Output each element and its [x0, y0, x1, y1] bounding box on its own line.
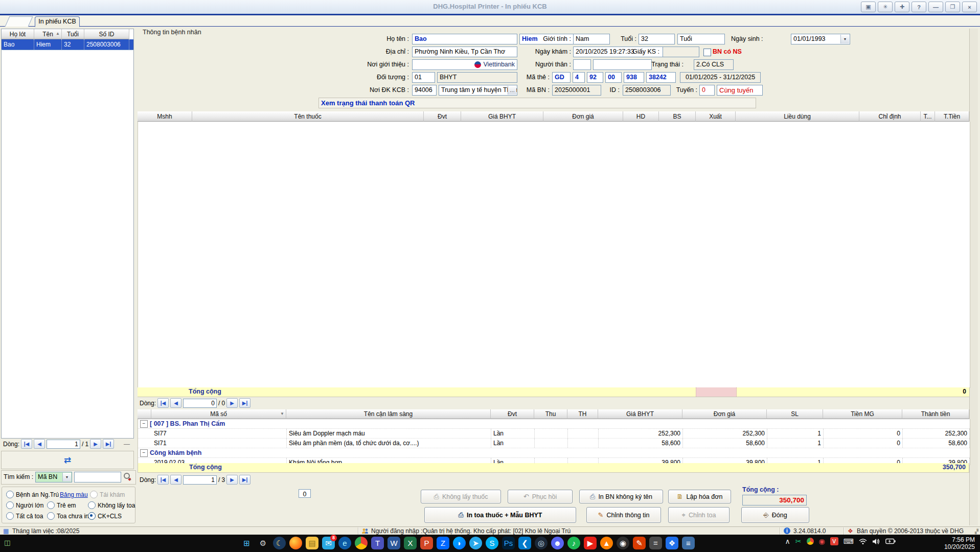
col-header[interactable]: Liều dùng: [736, 111, 859, 122]
tray-volume-icon[interactable]: [872, 538, 880, 545]
pager-next-button[interactable]: ▶: [90, 439, 101, 449]
dong-button[interactable]: ⎆ Đóng: [741, 507, 809, 523]
collapse-icon[interactable]: −: [140, 420, 148, 428]
taskbar-icon-notepad[interactable]: ≡: [682, 537, 695, 549]
tab-in-phieu-kcb[interactable]: In phiếu KCB: [35, 16, 80, 27]
taskbar-icon-obs[interactable]: ◉: [617, 537, 629, 549]
gioi-tinh-field[interactable]: Nam: [573, 34, 610, 44]
patient-row-selected[interactable]: Bao Hiem 32 2508003006: [2, 39, 133, 50]
pager-more-button[interactable]: —: [124, 441, 130, 448]
radio-nguoi-lon[interactable]: Người lớn: [6, 501, 43, 509]
radio-toa-chua-in[interactable]: Toa chưa in: [47, 512, 89, 520]
taskbar-icon-powerpoint[interactable]: P: [420, 537, 433, 549]
help-button[interactable]: ?: [911, 2, 926, 12]
chinh-toa-button[interactable]: ⌖ Chỉnh toa: [668, 507, 730, 523]
noi-gioi-thieu-field[interactable]: Viettinbank: [412, 59, 517, 70]
khong-lay-thuoc-button[interactable]: ⎙ Không lấy thuốc: [421, 490, 501, 503]
bn-co-ns-checkbox[interactable]: [703, 49, 711, 56]
radio-ck-cls[interactable]: CK+CLS: [88, 512, 122, 520]
pager-last-button[interactable]: ▶|: [239, 475, 250, 485]
pager-first-button[interactable]: |◀: [157, 475, 169, 485]
pager-first-button[interactable]: |◀: [21, 439, 32, 449]
col-header[interactable]: Thành tiền: [902, 409, 969, 419]
taskbar-icon-messenger[interactable]: ◗: [453, 537, 466, 549]
taskbar-icon-discord[interactable]: ☻: [551, 537, 564, 549]
tray-wifi-icon[interactable]: [859, 538, 867, 545]
col-header[interactable]: Giá BHYT: [598, 409, 682, 419]
col-header[interactable]: Đơn giá: [682, 409, 767, 419]
taskbar-icon-vlc[interactable]: ▲: [600, 537, 613, 549]
ma-the-5-field[interactable]: 938: [624, 72, 644, 83]
noi-dk-code-field[interactable]: 94006: [412, 85, 437, 96]
search-field-selector[interactable]: Mã BN ▼: [35, 472, 72, 482]
col-header[interactable]: Tên cận lâm sàng: [286, 409, 491, 419]
nguoi-than-code-field[interactable]: [573, 59, 591, 70]
col-header[interactable]: T...: [921, 111, 935, 122]
in-toa-thuoc-button[interactable]: ⎙ In toa thuốc + Mẫu BHYT: [424, 507, 576, 523]
pager-prev-button[interactable]: ◀: [170, 398, 181, 408]
pager-next-button[interactable]: ▶: [226, 475, 238, 485]
service-row[interactable]: SI71 Siêu âm phần mềm (da, tổ chức dưới …: [138, 439, 970, 448]
pager-page-input[interactable]: 0: [183, 399, 217, 408]
search-icon[interactable]: [123, 472, 132, 481]
bang-mau-link[interactable]: Bảng màu: [60, 491, 88, 498]
chevron-down-icon[interactable]: ▼: [840, 35, 849, 43]
giay-ks-field[interactable]: [663, 47, 699, 57]
pager-prev-button[interactable]: ◀: [34, 439, 45, 449]
restore-button[interactable]: ❐: [945, 2, 960, 12]
taskbar-icon-chrome[interactable]: [355, 537, 368, 549]
taskbar-icon-teams[interactable]: T: [371, 537, 384, 549]
service-row[interactable]: SI77 Siêu âm Doppler mạch máu Lần 252,30…: [138, 429, 970, 439]
col-header[interactable]: Xuất: [696, 111, 736, 122]
radio-tat-ca-toa[interactable]: Tất cả toa: [6, 512, 43, 520]
ma-the-1-field[interactable]: GD: [552, 72, 571, 83]
col-header[interactable]: Đvt: [491, 409, 534, 419]
titlebar[interactable]: DHG.Hospital Printer - In phiếu KCB ▣ ✳ …: [0, 0, 980, 15]
radio-khong-lay-toa[interactable]: Không lấy toa: [88, 501, 135, 509]
search-input[interactable]: [74, 472, 121, 482]
pager-last-button[interactable]: ▶|: [239, 398, 250, 408]
col-header-so-id[interactable]: Số ID: [84, 29, 129, 39]
close-button[interactable]: ×: [962, 2, 977, 12]
col-header[interactable]: TH: [567, 409, 598, 419]
taskbar-icon-calculator[interactable]: =: [649, 537, 662, 549]
col-header-ho-lot[interactable]: Họ lót: [2, 29, 34, 39]
taskbar-icon-word[interactable]: W: [388, 537, 400, 549]
col-header[interactable]: HD: [623, 111, 659, 122]
filter-icon[interactable]: ▼: [280, 411, 284, 416]
taskbar-icon-photos[interactable]: ❖: [666, 537, 678, 549]
qr-status-link[interactable]: Xem trạng thái thanh toán QR: [318, 98, 756, 108]
tuyen-field[interactable]: 0: [699, 85, 715, 96]
taskbar-icon-spotify[interactable]: ♪: [567, 537, 580, 549]
taskbar-icon-youtube[interactable]: ▶: [584, 537, 597, 549]
taskbar-icon-skype[interactable]: S: [486, 537, 498, 549]
phuc-hoi-button[interactable]: ↶ Phục hồi: [508, 490, 573, 503]
taskbar-icon-mail[interactable]: ✉8: [322, 537, 335, 549]
lap-hoa-don-button[interactable]: 🗎 Lập hóa đơn: [668, 490, 731, 503]
service-group-row[interactable]: − [ 007 ] BS. Phan Thị Cẩm: [138, 419, 970, 429]
add-note-icon[interactable]: ✚: [895, 2, 909, 12]
service-group-row[interactable]: − Công khám bệnh: [138, 448, 970, 458]
tray-battery-icon[interactable]: [885, 538, 896, 544]
col-header[interactable]: Thu: [534, 409, 567, 419]
radio-tre-em[interactable]: Trẻ em: [47, 501, 76, 509]
chinh-thong-tin-button[interactable]: ✎ Chỉnh thông tin: [586, 507, 661, 523]
ho-ten-field[interactable]: Bao: [412, 34, 517, 44]
pager-first-button[interactable]: |◀: [157, 398, 169, 408]
tray-keyboard-icon[interactable]: ⌨: [844, 537, 854, 545]
tray-record-icon[interactable]: ◉: [819, 537, 825, 545]
col-header[interactable]: Tiền MG: [823, 409, 902, 419]
taskbar-icon-vscode[interactable]: ❮: [518, 537, 531, 549]
taskbar-icon-telegram[interactable]: ➤: [469, 537, 482, 549]
ma-the-2-field[interactable]: 4: [573, 72, 585, 83]
pager-next-button[interactable]: ▶: [226, 398, 238, 408]
col-header[interactable]: Mshh: [138, 111, 192, 122]
in-bn-khong-ky-ten-button[interactable]: ⎙ In BN không ký tên: [579, 490, 663, 503]
taskbar-icon-zalo[interactable]: Z: [437, 537, 449, 549]
tuoi-field[interactable]: 32: [639, 34, 675, 44]
dia-chi-field[interactable]: Phường Ninh Kiều, Tp Cần Thơ: [412, 47, 517, 57]
col-header[interactable]: Đơn giá: [543, 111, 623, 122]
col-header[interactable]: Chỉ định: [859, 111, 921, 122]
taskbar-icon-firefox[interactable]: [289, 537, 302, 549]
taskbar-icon-start[interactable]: ⊞: [240, 537, 253, 549]
